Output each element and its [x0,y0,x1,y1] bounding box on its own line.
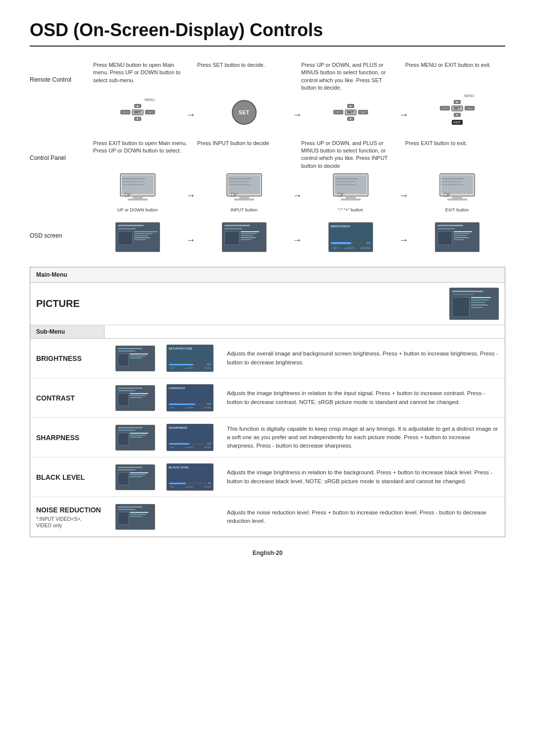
cp-instr-2: Press INPUT button to decide [193,140,297,170]
main-table: Main-Menu PICTURE Sub-Menu BRI [30,267,505,537]
arrow-3: → [399,104,409,120]
control-panel-row: Control Panel Press EXIT button to open … [30,140,505,213]
set-big-button: SET [232,100,257,125]
osd-arrow-2: → [292,229,302,246]
remote-unit-3: ▲ − SET + ▼ [302,104,399,121]
cp-arrow-3: → [399,185,409,201]
osd-thumb-3: BRIGHTNESS 5.0 ←SET ▲▼EXIT ⊡EXTRA [328,222,373,252]
contrast-name: CONTRAST [36,394,110,403]
panel-unit-3: ☞ "-" "+" button [302,173,399,212]
contrast-thumb1 [110,385,160,411]
svg-rect-26 [452,196,462,199]
submenu-header-row: Sub-Menu [30,325,505,339]
exit-label: EXIT button [445,207,469,212]
osd-thumb-2 [222,222,267,252]
panel-controls-row: ☞ UP or DOWN button → [89,173,505,212]
contrast-desc: Adjusts the image brightness in relation… [219,389,499,406]
osd-arrow-3: → [399,229,409,246]
black-level-name: BLACK LEVEL [36,473,110,482]
svg-rect-5 [133,196,143,199]
osd-screens-row: → [89,222,505,252]
cp-instr-1: Press EXIT button to open Main menu. Pre… [89,140,193,170]
noise-reduction-thumb1 [110,504,160,530]
svg-rect-19 [346,196,356,199]
cp-instructions: Press EXIT button to open Main menu. Pre… [89,140,505,170]
rc-instr-3: Press UP or DOWN, and PLUS or MINUS butt… [297,61,401,92]
remote-content: Press MENU button to open Main menu. Pre… [89,61,505,130]
black-level-thumb2: BLACK LEVEL 10 ←SET ▲▼EXIT EXTRA [160,463,219,491]
osd-arrow-1: → [186,229,196,246]
sharpness-thumb1 [110,425,160,451]
menu-row-contrast: CONTRAST CONTRAST [30,378,505,418]
osd-screen-content: → [89,222,505,252]
menu-row-noise-reduction: NOISE REDUCTION *:INPUT VIDEO<S>, VIDEO … [30,497,505,537]
picture-label: PICTURE [36,298,449,309]
panel-unit-4: ☞ EXIT button [409,173,505,212]
remote-controls-row: MENU ▲ − SET + ▼ → [89,95,505,130]
osd-unit-2 [196,222,292,252]
svg-rect-12 [239,196,249,199]
osd-screen-label: OSD screen [30,222,89,239]
remote-unit-2: SET [196,95,292,130]
black-level-desc: Adjusts the image brightness in relation… [219,468,499,486]
picture-row: PICTURE [30,283,505,325]
menu-row-sharpness: SHARPNESS SHARPNESS [30,418,505,457]
remote-unit-4: MENU ▲ − SET + ▼ EXIT [409,100,505,125]
arrow-1: → [186,104,196,120]
submenu-label: Sub-Menu [30,325,105,338]
menu-row-black-level: BLACK LEVEL BLACK LEVEL [30,457,505,497]
remote-unit-1: MENU ▲ − SET + ▼ [89,104,186,121]
contrast-thumb2: CONTRAST 5.0 ←SET ▲▼EXIT EXTRA [160,384,219,411]
panel-unit-1: ☞ UP or DOWN button [89,173,186,212]
osd-thumb-4 [435,222,480,252]
noise-reduction-desc: Adjusts the noise reduction level. Press… [219,508,499,526]
cp-instr-3: Press UP or DOWN, and PLUS or MINUS butt… [297,140,401,170]
main-menu-header: Main-Menu [30,267,505,283]
footer: English-20 [30,550,505,556]
noise-reduction-name: NOISE REDUCTION *:INPUT VIDEO<S>, VIDEO … [36,505,110,529]
control-panel-label: Control Panel [30,140,89,161]
rc-instr-4: Press MENU or EXIT button to exit. [401,61,505,92]
remote-control-row: Remote Control Press MENU button to open… [30,61,505,130]
rc-instr-2: Press SET button to decide. [193,61,297,92]
input-label: INPUT button [230,207,257,212]
sharpness-name: SHARPNESS [36,433,110,442]
brightness-name: BRIGHTNESS [36,354,110,363]
menu-row-brightness: BRIGHTNESS SETUP/PICTURE [30,339,505,378]
remote-label: Remote Control [30,61,89,83]
control-panel-content: Press EXIT button to open Main menu. Pre… [89,140,505,213]
cp-arrow-2: → [292,185,302,201]
sharpness-desc: This function is digitally capable to ke… [219,425,499,451]
osd-unit-3: BRIGHTNESS 5.0 ←SET ▲▼EXIT ⊡EXTRA [302,222,399,252]
osd-screen-row: OSD screen [30,222,505,252]
panel-unit-2: ☞ INPUT button [196,173,292,212]
osd-thumb-1 [115,222,160,252]
picture-thumb [449,288,499,320]
page-title: OSD (On-Screen-Display) Controls [30,20,505,41]
title-divider [30,46,505,47]
remote-instructions: Press MENU button to open Main menu. Pre… [89,61,505,92]
rc-instr-1: Press MENU button to open Main menu. Pre… [89,61,193,92]
brightness-desc: Adjusts the overall image and background… [219,350,499,367]
diagram-section: Remote Control Press MENU button to open… [30,61,505,252]
plus-minus-label: "-" "+" button [338,207,363,212]
brightness-thumb1 [110,346,160,371]
arrow-2: → [292,104,302,120]
up-down-label: UP or DOWN button [117,207,158,212]
cp-arrow-1: → [186,185,196,201]
osd-unit-4 [409,222,505,252]
black-level-thumb1 [110,464,160,490]
cp-instr-4: Press EXIT button to exit. [401,140,505,170]
osd-unit-1 [89,222,186,252]
sharpness-thumb2: SHARPNESS 5.0 ←SET ▲▼EXIT EXTRA [160,424,219,451]
brightness-thumb2: SETUP/PICTURE 5.0 ←SET ▲▼EXIT EXTRA [160,345,219,372]
